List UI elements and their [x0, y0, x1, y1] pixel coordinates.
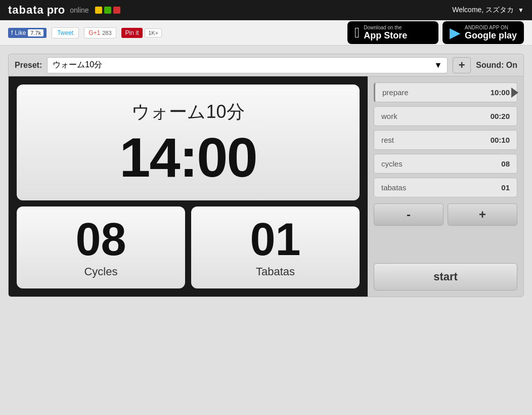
preset-dropdown[interactable]: ウォーム10分 ▼: [47, 57, 448, 73]
cycles-number: 08: [27, 217, 175, 262]
stat-work-label: work: [381, 112, 397, 120]
stat-cycles-value: 08: [501, 159, 510, 168]
main-content: Preset: ウォーム10分 ▼ + Sound: On ウォーム10分 14…: [0, 46, 532, 305]
header: tabata pro online Welcome, スズタカ ▼: [0, 0, 532, 20]
pinterest-button[interactable]: Pin it 1K+: [121, 28, 162, 38]
fb-label: Like: [15, 29, 26, 36]
stat-tabatas-label: tabatas: [381, 183, 406, 192]
topbar: f Like 7.7k Tweet G+1 283 Pin it 1K+  D…: [0, 20, 532, 46]
googleplay-text: ANDROID APP ON Google play: [465, 25, 517, 41]
stat-tabatas[interactable]: tabatas 01: [374, 178, 517, 197]
stat-prepare-label: prepare: [382, 88, 409, 97]
logo-tabata: tabata: [8, 4, 44, 17]
fb-count: 7.7k: [28, 29, 43, 36]
fb-icon: f: [11, 29, 13, 36]
stat-prepare[interactable]: prepare 10:00: [374, 82, 517, 102]
plus-button[interactable]: +: [448, 203, 517, 226]
facebook-like-button[interactable]: f Like 7.7k: [8, 28, 47, 38]
timer-cycles-display: 08 Cycles: [17, 206, 185, 288]
active-indicator: [511, 88, 518, 98]
app-store-button[interactable]:  Download on the App Store: [347, 21, 438, 44]
logo-pro: pro: [47, 4, 65, 17]
googleplay-top: ANDROID APP ON: [465, 25, 517, 30]
minus-button[interactable]: -: [374, 203, 444, 226]
appstore-text: Download on the App Store: [364, 25, 407, 41]
social-buttons: f Like 7.7k Tweet G+1 283 Pin it 1K+: [8, 27, 162, 38]
stat-cycles-label: cycles: [381, 159, 403, 168]
gplus-label: G+1: [88, 29, 100, 36]
timer-main-display: ウォーム10分 14:00: [17, 85, 360, 200]
stat-cycles[interactable]: cycles 08: [374, 154, 517, 174]
preset-label: Preset:: [15, 61, 42, 70]
preset-dropdown-arrow: ▼: [434, 61, 442, 70]
timer-time: 14:00: [27, 130, 349, 185]
googleplay-bottom: Google play: [465, 30, 517, 41]
google-play-button[interactable]: ▶ ANDROID APP ON Google play: [442, 21, 524, 44]
appstore-top: Download on the: [364, 25, 407, 30]
timer-title: ウォーム10分: [27, 100, 349, 124]
stat-tabatas-value: 01: [501, 183, 510, 192]
timer-left-panel: ウォーム10分 14:00 08 Cycles 01 Tabatas: [9, 76, 368, 297]
timer-tabatas-display: 01 Tabatas: [191, 206, 360, 288]
timer-right-panel: prepare 10:00 work 00:20 rest 00:10 cycl…: [368, 76, 523, 297]
stat-work[interactable]: work 00:20: [374, 106, 517, 126]
logo: tabata pro online: [8, 4, 120, 17]
dot-red: [113, 7, 120, 14]
stat-work-value: 00:20: [491, 112, 510, 120]
preset-bar: Preset: ウォーム10分 ▼ + Sound: On: [8, 54, 524, 76]
header-right: Welcome, スズタカ ▼: [452, 6, 524, 15]
sound-label[interactable]: Sound: On: [476, 61, 517, 70]
gplus-button[interactable]: G+1 283: [84, 27, 116, 38]
pin-label: Pin it: [121, 28, 143, 38]
dot-yellow: [95, 7, 102, 14]
appstore-bottom: App Store: [364, 30, 407, 41]
logo-online: online: [70, 6, 88, 14]
logo-dots: [95, 7, 120, 14]
preset-plus-button[interactable]: +: [453, 57, 471, 73]
play-icon: ▶: [450, 24, 461, 41]
gplus-count: 283: [102, 30, 111, 36]
stat-rest-label: rest: [381, 136, 394, 144]
apple-icon: : [354, 25, 360, 41]
tweet-button[interactable]: Tweet: [52, 27, 79, 38]
controls-row: - +: [374, 203, 517, 226]
preset-selected: ウォーム10分: [53, 60, 102, 70]
welcome-text: Welcome, スズタカ: [452, 6, 514, 15]
pin-count: 1K+: [145, 28, 162, 37]
timer-bottom-row: 08 Cycles 01 Tabatas: [17, 206, 360, 288]
store-buttons:  Download on the App Store ▶ ANDROID AP…: [347, 21, 524, 44]
stat-rest-value: 00:10: [491, 136, 510, 144]
start-button[interactable]: start: [374, 263, 517, 290]
stat-rest[interactable]: rest 00:10: [374, 130, 517, 150]
timer-area: ウォーム10分 14:00 08 Cycles 01 Tabatas prep: [8, 76, 524, 297]
cycles-label: Cycles: [27, 265, 175, 278]
tabatas-number: 01: [201, 217, 349, 262]
stat-prepare-value: 10:00: [491, 88, 510, 97]
dot-green: [104, 7, 111, 14]
stat-prepare-container: prepare 10:00: [374, 82, 517, 102]
tabatas-label: Tabatas: [201, 265, 349, 278]
user-dropdown[interactable]: ▼: [518, 7, 524, 14]
